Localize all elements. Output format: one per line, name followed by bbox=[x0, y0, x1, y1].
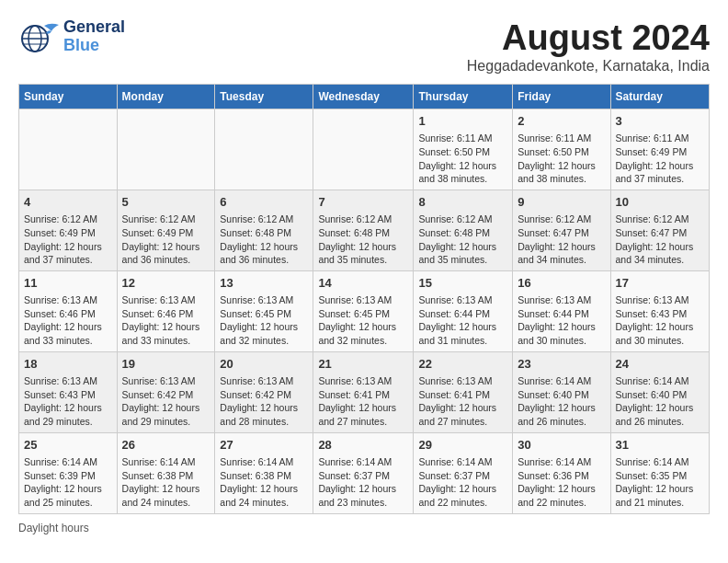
day-info: Sunrise: 6:13 AM Sunset: 6:44 PM Dayligh… bbox=[418, 293, 507, 348]
day-info: Sunrise: 6:11 AM Sunset: 6:49 PM Dayligh… bbox=[616, 132, 705, 186]
page-subtitle: Heggadadevankote, Karnataka, India bbox=[467, 58, 710, 75]
calendar-cell: 11Sunrise: 6:13 AM Sunset: 6:46 PM Dayli… bbox=[19, 270, 118, 351]
day-number: 7 bbox=[318, 194, 408, 211]
day-info: Sunrise: 6:13 AM Sunset: 6:43 PM Dayligh… bbox=[24, 374, 112, 429]
calendar-cell: 12Sunrise: 6:13 AM Sunset: 6:46 PM Dayli… bbox=[117, 270, 215, 351]
title-area: August 2024 Heggadadevankote, Karnataka,… bbox=[467, 18, 710, 75]
calendar-cell: 10Sunrise: 6:12 AM Sunset: 6:47 PM Dayli… bbox=[610, 190, 710, 270]
day-number: 8 bbox=[418, 194, 507, 211]
calendar-week-row: 11Sunrise: 6:13 AM Sunset: 6:46 PM Dayli… bbox=[19, 270, 710, 351]
day-number: 27 bbox=[220, 437, 308, 454]
day-info: Sunrise: 6:14 AM Sunset: 6:38 PM Dayligh… bbox=[122, 455, 210, 510]
day-number: 12 bbox=[122, 275, 210, 292]
calendar-cell: 24Sunrise: 6:14 AM Sunset: 6:40 PM Dayli… bbox=[610, 351, 710, 432]
day-number: 5 bbox=[122, 194, 210, 211]
day-number: 3 bbox=[616, 113, 705, 130]
day-number: 28 bbox=[318, 437, 408, 454]
calendar-cell: 1Sunrise: 6:11 AM Sunset: 6:50 PM Daylig… bbox=[414, 109, 513, 190]
day-number: 11 bbox=[24, 275, 112, 292]
calendar-cell bbox=[313, 109, 414, 190]
day-info: Sunrise: 6:14 AM Sunset: 6:36 PM Dayligh… bbox=[518, 455, 605, 510]
calendar-cell: 15Sunrise: 6:13 AM Sunset: 6:44 PM Dayli… bbox=[414, 270, 513, 351]
day-info: Sunrise: 6:14 AM Sunset: 6:38 PM Dayligh… bbox=[220, 455, 308, 510]
day-info: Sunrise: 6:12 AM Sunset: 6:49 PM Dayligh… bbox=[122, 213, 210, 267]
col-header-wednesday: Wednesday bbox=[313, 85, 414, 109]
calendar-cell: 7Sunrise: 6:12 AM Sunset: 6:48 PM Daylig… bbox=[313, 190, 414, 270]
calendar-cell: 27Sunrise: 6:14 AM Sunset: 6:38 PM Dayli… bbox=[215, 432, 313, 513]
col-header-thursday: Thursday bbox=[414, 85, 513, 109]
day-info: Sunrise: 6:14 AM Sunset: 6:40 PM Dayligh… bbox=[518, 374, 605, 429]
day-number: 29 bbox=[418, 437, 507, 454]
day-number: 23 bbox=[518, 356, 605, 373]
day-number: 14 bbox=[318, 275, 408, 292]
calendar-cell: 20Sunrise: 6:13 AM Sunset: 6:42 PM Dayli… bbox=[215, 351, 313, 432]
calendar-week-row: 18Sunrise: 6:13 AM Sunset: 6:43 PM Dayli… bbox=[19, 351, 710, 432]
calendar-cell: 19Sunrise: 6:13 AM Sunset: 6:42 PM Dayli… bbox=[117, 351, 215, 432]
calendar-cell: 18Sunrise: 6:13 AM Sunset: 6:43 PM Dayli… bbox=[19, 351, 118, 432]
calendar-cell: 23Sunrise: 6:14 AM Sunset: 6:40 PM Dayli… bbox=[513, 351, 610, 432]
logo-blue: Blue bbox=[63, 37, 125, 55]
day-info: Sunrise: 6:12 AM Sunset: 6:48 PM Dayligh… bbox=[318, 213, 408, 267]
day-info: Sunrise: 6:14 AM Sunset: 6:39 PM Dayligh… bbox=[24, 455, 112, 510]
day-info: Sunrise: 6:13 AM Sunset: 6:45 PM Dayligh… bbox=[318, 293, 408, 348]
day-number: 1 bbox=[418, 113, 507, 130]
calendar-table: SundayMondayTuesdayWednesdayThursdayFrid… bbox=[18, 84, 710, 514]
calendar-week-row: 4Sunrise: 6:12 AM Sunset: 6:49 PM Daylig… bbox=[19, 190, 710, 270]
day-number: 10 bbox=[616, 194, 705, 211]
day-info: Sunrise: 6:12 AM Sunset: 6:48 PM Dayligh… bbox=[418, 213, 507, 267]
calendar-cell: 5Sunrise: 6:12 AM Sunset: 6:49 PM Daylig… bbox=[117, 190, 215, 270]
day-number: 31 bbox=[616, 437, 705, 454]
day-number: 20 bbox=[220, 356, 308, 373]
calendar-week-row: 25Sunrise: 6:14 AM Sunset: 6:39 PM Dayli… bbox=[19, 432, 710, 513]
day-info: Sunrise: 6:14 AM Sunset: 6:37 PM Dayligh… bbox=[418, 455, 507, 510]
day-info: Sunrise: 6:12 AM Sunset: 6:47 PM Dayligh… bbox=[616, 213, 705, 267]
footer-note: Daylight hours bbox=[18, 522, 710, 534]
col-header-monday: Monday bbox=[117, 85, 215, 109]
logo: General Blue bbox=[18, 18, 125, 55]
calendar-cell: 16Sunrise: 6:13 AM Sunset: 6:44 PM Dayli… bbox=[513, 270, 610, 351]
day-info: Sunrise: 6:13 AM Sunset: 6:42 PM Dayligh… bbox=[220, 374, 308, 429]
day-info: Sunrise: 6:13 AM Sunset: 6:44 PM Dayligh… bbox=[518, 293, 605, 348]
calendar-cell: 22Sunrise: 6:13 AM Sunset: 6:41 PM Dayli… bbox=[414, 351, 513, 432]
day-number: 15 bbox=[418, 275, 507, 292]
day-info: Sunrise: 6:14 AM Sunset: 6:40 PM Dayligh… bbox=[616, 374, 705, 429]
col-header-sunday: Sunday bbox=[19, 85, 118, 109]
calendar-cell bbox=[117, 109, 215, 190]
calendar-cell: 29Sunrise: 6:14 AM Sunset: 6:37 PM Dayli… bbox=[414, 432, 513, 513]
day-info: Sunrise: 6:11 AM Sunset: 6:50 PM Dayligh… bbox=[418, 132, 507, 186]
day-info: Sunrise: 6:14 AM Sunset: 6:35 PM Dayligh… bbox=[616, 455, 705, 510]
day-info: Sunrise: 6:13 AM Sunset: 6:46 PM Dayligh… bbox=[24, 293, 112, 348]
calendar-cell: 31Sunrise: 6:14 AM Sunset: 6:35 PM Dayli… bbox=[610, 432, 710, 513]
day-info: Sunrise: 6:12 AM Sunset: 6:47 PM Dayligh… bbox=[518, 213, 605, 267]
day-number: 22 bbox=[418, 356, 507, 373]
col-header-friday: Friday bbox=[513, 85, 610, 109]
calendar-cell: 6Sunrise: 6:12 AM Sunset: 6:48 PM Daylig… bbox=[215, 190, 313, 270]
day-number: 16 bbox=[518, 275, 605, 292]
day-info: Sunrise: 6:13 AM Sunset: 6:42 PM Dayligh… bbox=[122, 374, 210, 429]
day-info: Sunrise: 6:12 AM Sunset: 6:48 PM Dayligh… bbox=[220, 213, 308, 267]
calendar-cell: 28Sunrise: 6:14 AM Sunset: 6:37 PM Dayli… bbox=[313, 432, 414, 513]
col-header-tuesday: Tuesday bbox=[215, 85, 313, 109]
day-number: 30 bbox=[518, 437, 605, 454]
day-number: 26 bbox=[122, 437, 210, 454]
day-number: 24 bbox=[616, 356, 705, 373]
calendar-cell bbox=[215, 109, 313, 190]
day-number: 2 bbox=[518, 113, 605, 130]
day-info: Sunrise: 6:12 AM Sunset: 6:49 PM Dayligh… bbox=[24, 213, 112, 267]
day-number: 18 bbox=[24, 356, 112, 373]
calendar-cell: 4Sunrise: 6:12 AM Sunset: 6:49 PM Daylig… bbox=[19, 190, 118, 270]
day-info: Sunrise: 6:13 AM Sunset: 6:41 PM Dayligh… bbox=[318, 374, 408, 429]
day-number: 6 bbox=[220, 194, 308, 211]
calendar-cell: 3Sunrise: 6:11 AM Sunset: 6:49 PM Daylig… bbox=[610, 109, 710, 190]
calendar-cell: 9Sunrise: 6:12 AM Sunset: 6:47 PM Daylig… bbox=[513, 190, 610, 270]
day-info: Sunrise: 6:13 AM Sunset: 6:45 PM Dayligh… bbox=[220, 293, 308, 348]
logo-general: General bbox=[63, 18, 125, 37]
calendar-cell bbox=[19, 109, 118, 190]
day-info: Sunrise: 6:13 AM Sunset: 6:43 PM Dayligh… bbox=[616, 293, 705, 348]
col-header-saturday: Saturday bbox=[610, 85, 710, 109]
calendar-cell: 2Sunrise: 6:11 AM Sunset: 6:50 PM Daylig… bbox=[513, 109, 610, 190]
day-number: 4 bbox=[24, 194, 112, 211]
day-number: 19 bbox=[122, 356, 210, 373]
calendar-header-row: SundayMondayTuesdayWednesdayThursdayFrid… bbox=[19, 85, 710, 109]
calendar-cell: 26Sunrise: 6:14 AM Sunset: 6:38 PM Dayli… bbox=[117, 432, 215, 513]
